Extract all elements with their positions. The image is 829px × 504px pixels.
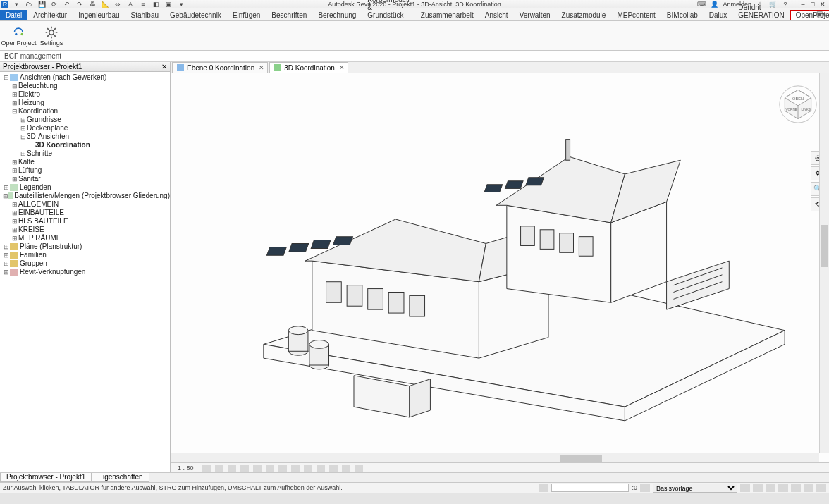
open-icon[interactable]: 🗁 [24, 1, 34, 8]
tree-node[interactable]: ⊞MEP RÄUME [0, 234, 170, 242]
crop-view-icon[interactable] [266, 465, 274, 472]
tree-node[interactable]: ⊞EINBAUTEILE [0, 209, 170, 217]
tree-node[interactable]: ⊞Schnitte [0, 149, 170, 158]
tab-einfuegen[interactable]: Einfügen [227, 10, 266, 20]
tree-node[interactable]: ⊟Beleuchtung [0, 82, 170, 90]
tab-ingenieurbau[interactable]: Ingenieurbau [73, 10, 125, 20]
tree-expander-icon[interactable]: ⊟ [11, 107, 18, 116]
qat-more-icon[interactable]: ▾ [176, 1, 186, 8]
select-pinned-icon[interactable] [766, 484, 775, 492]
thin-lines-icon[interactable]: ≡ [138, 1, 148, 8]
openproject-button[interactable]: OpenProject [3, 22, 35, 50]
filter-icon[interactable] [816, 484, 826, 492]
tab-gebaeudetechnik[interactable]: Gebäudetechnik [164, 10, 227, 20]
view-tab-close-icon[interactable]: ✕ [259, 64, 264, 71]
tab-beschriften[interactable]: Beschriften [266, 10, 312, 20]
main-model-icon[interactable] [640, 484, 650, 492]
view-tab-close-icon[interactable]: ✕ [339, 64, 345, 71]
close-hidden-icon[interactable]: ◧ [151, 1, 161, 8]
minimize-button[interactable]: – [798, 1, 808, 8]
tab-zusatzmodule[interactable]: Zusatzmodule [556, 10, 612, 20]
workset-field[interactable] [551, 484, 629, 492]
text-icon[interactable]: A [125, 1, 135, 8]
tab-dalux[interactable]: Dalux [704, 10, 733, 20]
tree-node[interactable]: ⊞HLS BAUTEILE [0, 217, 170, 226]
tab-zusammenarbeit[interactable]: Zusammenarbeit [415, 10, 479, 20]
align-icon[interactable]: ⇔ [113, 1, 123, 8]
tree-node[interactable]: ⊞Lüftung [0, 166, 170, 175]
tree-node[interactable]: ⊞Legenden [0, 183, 170, 192]
tree-expander-icon[interactable]: ⊟ [3, 192, 8, 200]
tree-expander-icon[interactable]: ⊞ [11, 200, 18, 209]
tree-expander-icon[interactable]: ⊞ [3, 259, 10, 268]
render-icon[interactable] [253, 465, 262, 472]
scrollbar-horizontal[interactable] [171, 453, 819, 462]
tab-verwalten[interactable]: Verwalten [514, 10, 556, 20]
tree-expander-icon[interactable]: ⊞ [11, 175, 18, 183]
project-browser-titlebar[interactable]: Projektbrowser - Projekt1 ✕ [0, 62, 170, 72]
tree-expander-icon[interactable]: ⊟ [3, 73, 10, 82]
tab-ansicht[interactable]: Ansicht [479, 10, 514, 20]
tree-node[interactable]: ⊞Familien [0, 251, 170, 259]
scrollbar-vertical[interactable] [819, 73, 829, 453]
select-underlay-icon[interactable] [753, 484, 763, 492]
redo-icon[interactable]: ↷ [75, 1, 85, 8]
3d-canvas[interactable]: OBEN VORNE LINKS ◎ ✥ 🔍 ⟲ [171, 73, 829, 462]
worksharing-display-icon[interactable] [329, 465, 338, 472]
tree-expander-icon[interactable]: ⊞ [3, 183, 10, 192]
tab-stahlbau[interactable]: Stahlbau [125, 10, 164, 20]
tree-node[interactable]: ⊞KREISE [0, 226, 170, 234]
tree-node[interactable]: ⊟3D-Ansichten [0, 133, 170, 141]
undo-icon[interactable]: ↶ [62, 1, 72, 8]
tree-expander-icon[interactable]: ⊞ [11, 226, 18, 234]
design-option-select[interactable]: Basisvorlage [653, 484, 737, 493]
tree-node[interactable]: ⊟Bauteillisten/Mengen (Projektbrowser Gl… [0, 192, 170, 200]
select-links-icon[interactable] [740, 484, 750, 492]
tree-expander-icon[interactable]: ⊟ [11, 82, 18, 90]
shadows-icon[interactable] [240, 465, 249, 472]
tab-berechnung[interactable]: Berechnung [312, 10, 362, 20]
detail-level-icon[interactable] [202, 465, 211, 472]
user-icon[interactable]: 👤 [710, 1, 718, 8]
switch-windows-icon[interactable]: ▣ [164, 1, 173, 8]
tab-architektur[interactable]: Architektur [27, 10, 73, 20]
panel-tab-browser[interactable]: Projektbrowser - Projekt1 [0, 473, 92, 482]
tab-dendrit[interactable]: Dendrit GENERATION [732, 2, 790, 20]
tree-node[interactable]: ⊞Elektro [0, 90, 170, 99]
view-scale[interactable]: 1 : 50 [173, 465, 198, 472]
settings-button[interactable]: Settings [35, 22, 68, 50]
tree-expander-icon[interactable]: ⊞ [20, 124, 27, 133]
tree-expander-icon[interactable]: ⊞ [11, 99, 18, 107]
project-browser-tree[interactable]: ⊟Ansichten (nach Gewerken)⊟Beleuchtung⊞E… [0, 72, 170, 472]
tree-node[interactable]: ⊞Kälte [0, 158, 170, 166]
view-cube[interactable]: OBEN VORNE LINKS [778, 85, 818, 124]
ribbon-collapse-icon[interactable]: ▣▾ [816, 10, 826, 18]
tree-node[interactable]: ⊞ALLGEMEIN [0, 200, 170, 209]
tree-expander-icon[interactable]: ⊞ [11, 234, 18, 242]
tree-node[interactable]: ⊟Ansichten (nach Gewerken) [0, 73, 170, 82]
print-icon[interactable]: 🖶 [87, 1, 97, 8]
reveal-hidden-icon[interactable] [317, 465, 325, 472]
tree-node[interactable]: ⊟Koordination [0, 107, 170, 116]
view-tab-3d[interactable]: 3D Koordination ✕ [269, 62, 348, 73]
tree-node[interactable]: ⊞Revit-Verknüpfungen [0, 268, 170, 276]
tree-expander-icon[interactable]: ⊞ [3, 268, 10, 276]
tree-expander-icon[interactable]: ⊞ [11, 158, 18, 166]
tree-expander-icon[interactable]: ⊞ [11, 217, 18, 226]
tab-koerpermodell[interactable]: Körpermodell & Grundstück [362, 0, 414, 20]
tree-node[interactable]: ⊞Pläne (Planstruktur) [0, 242, 170, 251]
tree-node[interactable]: ⊞Gruppen [0, 259, 170, 268]
save-icon[interactable]: 💾 [37, 1, 47, 8]
sync-icon[interactable]: ⟳ [49, 1, 59, 8]
select-face-icon[interactable] [778, 484, 788, 492]
tree-expander-icon[interactable]: ⊞ [11, 209, 18, 217]
visual-style-icon[interactable] [215, 465, 223, 472]
tree-node[interactable]: ⊞Grundrisse [0, 116, 170, 124]
background-processes-icon[interactable] [804, 484, 813, 492]
tree-node[interactable]: ⊞Sanitär [0, 175, 170, 183]
tree-expander-icon[interactable]: ⊞ [20, 116, 27, 124]
tree-node[interactable]: ⊞Deckenpläne [0, 124, 170, 133]
tree-expander-icon[interactable]: ⊞ [3, 251, 10, 259]
tree-expander-icon[interactable]: ⊟ [20, 133, 27, 141]
qat-dropdown-icon[interactable]: ▾ [11, 1, 21, 8]
